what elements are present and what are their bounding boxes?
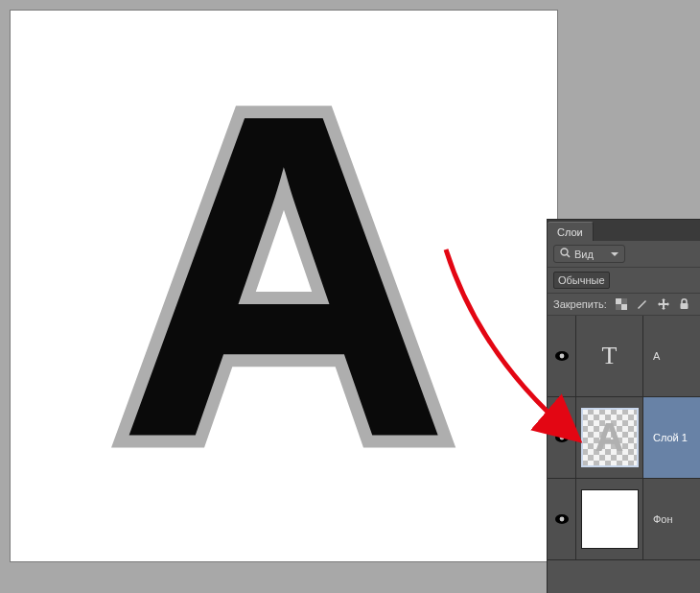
- layer-row[interactable]: A Слой 1: [548, 397, 700, 479]
- svg-rect-6: [681, 303, 688, 309]
- lock-pixels-icon[interactable]: [636, 297, 649, 311]
- layer-visibility-toggle[interactable]: [548, 397, 576, 478]
- layers-panel: Слои Вид Обычные Закрепить:: [547, 219, 700, 593]
- layer-name[interactable]: Фон: [643, 479, 700, 559]
- chevron-down-icon: [611, 252, 618, 256]
- layers-list: T A A Слой 1 Фон: [548, 316, 700, 560]
- text-layer-icon: T: [602, 342, 618, 370]
- layer-row[interactable]: Фон: [548, 479, 700, 560]
- thumbnail-glyph: A: [595, 415, 623, 461]
- layer-thumbnail[interactable]: A: [576, 397, 643, 478]
- svg-rect-3: [621, 304, 627, 310]
- layer-name[interactable]: A: [643, 316, 700, 396]
- svg-point-0: [561, 249, 568, 255]
- layer-kind-filter-label: Вид: [574, 249, 594, 260]
- panel-tabs: Слои: [548, 220, 700, 241]
- layer-row[interactable]: T A: [548, 316, 700, 397]
- svg-rect-5: [616, 304, 621, 310]
- svg-line-1: [567, 254, 570, 257]
- search-icon: [560, 248, 571, 260]
- svg-point-8: [559, 354, 564, 359]
- lock-label: Закрепить:: [553, 298, 607, 310]
- svg-point-10: [559, 436, 564, 440]
- layer-kind-filter-button[interactable]: Вид: [553, 245, 625, 263]
- lock-transparency-icon[interactable]: [615, 297, 628, 311]
- layer-thumbnail[interactable]: [576, 479, 643, 559]
- svg-point-12: [559, 517, 564, 522]
- lock-all-icon[interactable]: [678, 297, 691, 311]
- blend-mode-select[interactable]: Обычные: [553, 272, 610, 289]
- document-canvas[interactable]: A A: [10, 10, 558, 562]
- eye-icon: [554, 432, 570, 443]
- tab-layers[interactable]: Слои: [548, 222, 594, 241]
- layer-visibility-toggle[interactable]: [548, 479, 576, 559]
- svg-rect-4: [621, 298, 627, 304]
- svg-rect-2: [616, 298, 621, 304]
- layer-thumbnail[interactable]: T: [576, 316, 643, 396]
- eye-icon: [554, 350, 570, 362]
- layer-name[interactable]: Слой 1: [643, 397, 700, 478]
- letter-glyph: A: [118, 10, 451, 540]
- layer-visibility-toggle[interactable]: [548, 316, 576, 396]
- lock-position-icon[interactable]: [657, 297, 670, 311]
- eye-icon: [554, 513, 570, 525]
